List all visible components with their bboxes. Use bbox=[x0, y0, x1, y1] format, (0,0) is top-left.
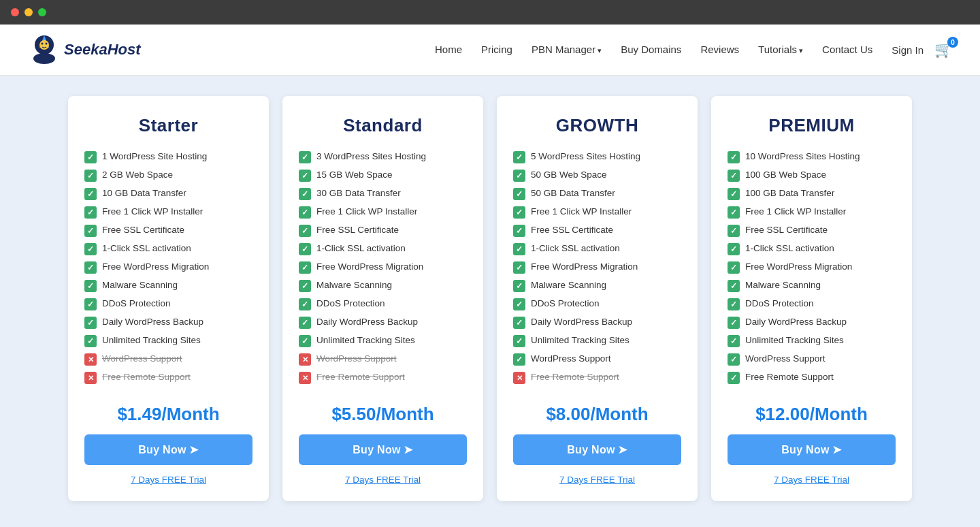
feature-text: Unlimited Tracking Sites bbox=[316, 335, 415, 345]
feature-text: DDoS Protection bbox=[531, 298, 600, 308]
feature-text: 3 WordPress Sites Hosting bbox=[316, 151, 426, 161]
nav-link-tutorials[interactable]: Tutorials bbox=[758, 44, 803, 55]
feature-text: 1-Click SSL activation bbox=[745, 243, 834, 253]
feature-text: Daily WordPress Backup bbox=[316, 317, 418, 327]
check-green-icon bbox=[728, 353, 740, 366]
feature-item: WordPress Support bbox=[513, 353, 681, 366]
check-green-icon bbox=[513, 243, 525, 255]
check-green-icon bbox=[728, 170, 740, 182]
plan-price-standard: $5.50/Month bbox=[299, 404, 467, 425]
check-green-icon bbox=[299, 206, 311, 219]
feature-list-growth: 5 WordPress Sites Hosting50 GB Web Space… bbox=[513, 151, 681, 390]
feature-text: Free WordPress Migration bbox=[531, 261, 638, 272]
svg-point-1 bbox=[33, 53, 55, 64]
feature-item: 1-Click SSL activation bbox=[513, 243, 681, 255]
feature-text: DDoS Protection bbox=[745, 298, 814, 308]
feature-text: Free 1 Click WP Installer bbox=[531, 206, 632, 217]
nav-link-domains[interactable]: Buy Domains bbox=[621, 44, 681, 55]
plan-card-starter: Starter1 WordPress Site Hosting2 GB Web … bbox=[68, 96, 269, 501]
feature-text: Unlimited Tracking Sites bbox=[745, 335, 844, 345]
trial-link-premium[interactable]: 7 Days FREE Trial bbox=[728, 475, 896, 485]
check-green-icon bbox=[513, 151, 525, 163]
feature-item: Unlimited Tracking Sites bbox=[513, 335, 681, 347]
nav-link-contact[interactable]: Contact Us bbox=[822, 44, 872, 55]
feature-text: Free Remote Support bbox=[745, 372, 834, 382]
feature-text: 1-Click SSL activation bbox=[102, 243, 191, 253]
check-green-icon bbox=[728, 335, 740, 347]
feature-text: Free SSL Certificate bbox=[102, 225, 184, 235]
feature-text: Malware Scanning bbox=[316, 280, 392, 290]
feature-item: WordPress Support bbox=[728, 353, 896, 366]
nav-item-reviews[interactable]: Reviews bbox=[700, 44, 739, 56]
feature-text: 10 GB Data Transfer bbox=[102, 188, 186, 198]
feature-text: 100 GB Data Transfer bbox=[745, 188, 834, 198]
nav-link-pricing[interactable]: Pricing bbox=[481, 44, 512, 55]
close-dot[interactable] bbox=[11, 8, 19, 16]
nav-item-domains[interactable]: Buy Domains bbox=[621, 44, 681, 56]
trial-link-standard[interactable]: 7 Days FREE Trial bbox=[299, 475, 467, 485]
cart-wrapper[interactable]: 🛒 0 bbox=[934, 41, 953, 59]
feature-text: Daily WordPress Backup bbox=[102, 317, 203, 327]
nav-link-reviews[interactable]: Reviews bbox=[700, 44, 739, 55]
feature-item: Malware Scanning bbox=[299, 280, 467, 292]
nav-item-pricing[interactable]: Pricing bbox=[481, 44, 512, 56]
buy-button-premium[interactable]: Buy Now bbox=[728, 434, 896, 465]
logo-text: SeekaHost bbox=[64, 41, 141, 59]
check-green-icon bbox=[84, 188, 97, 200]
check-green-icon bbox=[84, 335, 97, 347]
feature-text: 50 GB Data Transfer bbox=[531, 188, 615, 198]
check-green-icon bbox=[84, 170, 97, 182]
nav-item-contact[interactable]: Contact Us bbox=[822, 44, 872, 56]
feature-text: Free 1 Click WP Installer bbox=[316, 206, 417, 217]
check-green-icon bbox=[299, 243, 311, 255]
signin-link[interactable]: Sign In bbox=[892, 44, 924, 56]
feature-list-premium: 10 WordPress Sites Hosting100 GB Web Spa… bbox=[728, 151, 896, 390]
minimize-dot[interactable] bbox=[24, 8, 33, 16]
trial-link-starter[interactable]: 7 Days FREE Trial bbox=[84, 475, 252, 485]
trial-link-growth[interactable]: 7 Days FREE Trial bbox=[513, 475, 681, 485]
check-green-icon bbox=[513, 225, 525, 237]
nav-item-tutorials[interactable]: Tutorials bbox=[758, 44, 803, 56]
check-green-icon bbox=[728, 188, 740, 200]
feature-text: Free 1 Click WP Installer bbox=[102, 206, 203, 217]
buy-button-growth[interactable]: Buy Now bbox=[513, 434, 681, 465]
feature-item: Free Remote Support bbox=[84, 372, 252, 384]
plan-title-starter: Starter bbox=[84, 115, 252, 136]
check-green-icon bbox=[299, 280, 311, 292]
buy-button-standard[interactable]: Buy Now bbox=[299, 434, 467, 465]
feature-text: Free WordPress Migration bbox=[745, 261, 852, 272]
feature-item: 3 WordPress Sites Hosting bbox=[299, 151, 467, 163]
check-green-icon bbox=[728, 151, 740, 163]
check-green-icon bbox=[299, 151, 311, 163]
feature-text: Free Remote Support bbox=[531, 372, 619, 382]
feature-item: DDoS Protection bbox=[513, 298, 681, 310]
feature-text: Free SSL Certificate bbox=[745, 225, 828, 235]
check-green-icon bbox=[84, 317, 97, 329]
window-chrome bbox=[0, 0, 980, 25]
nav-link-home[interactable]: Home bbox=[435, 44, 462, 55]
feature-item: Free SSL Certificate bbox=[728, 225, 896, 237]
feature-item: 50 GB Data Transfer bbox=[513, 188, 681, 200]
feature-item: WordPress Support bbox=[84, 353, 252, 366]
feature-item: 50 GB Web Space bbox=[513, 170, 681, 182]
nav-item-home[interactable]: Home bbox=[435, 44, 462, 56]
check-green-icon bbox=[513, 353, 525, 366]
feature-text: 1-Click SSL activation bbox=[316, 243, 406, 253]
check-green-icon bbox=[728, 372, 740, 384]
feature-list-starter: 1 WordPress Site Hosting2 GB Web Space10… bbox=[84, 151, 252, 390]
main-content: Starter1 WordPress Site Hosting2 GB Web … bbox=[0, 76, 980, 527]
feature-item: Malware Scanning bbox=[728, 280, 896, 292]
feature-item: Free Remote Support bbox=[299, 372, 467, 384]
feature-text: Malware Scanning bbox=[102, 280, 178, 290]
check-green-icon bbox=[513, 261, 525, 274]
nav-link-pbn[interactable]: PBN Manager bbox=[532, 44, 602, 55]
buy-button-starter[interactable]: Buy Now bbox=[84, 434, 252, 465]
check-green-icon bbox=[299, 225, 311, 237]
feature-item: WordPress Support bbox=[299, 353, 467, 366]
nav-item-pbn[interactable]: PBN Manager bbox=[532, 44, 602, 56]
plans-grid: Starter1 WordPress Site Hosting2 GB Web … bbox=[68, 96, 912, 501]
feature-item: Free WordPress Migration bbox=[299, 261, 467, 274]
feature-text: 1-Click SSL activation bbox=[531, 243, 620, 253]
feature-text: WordPress Support bbox=[745, 353, 826, 364]
maximize-dot[interactable] bbox=[38, 8, 46, 16]
